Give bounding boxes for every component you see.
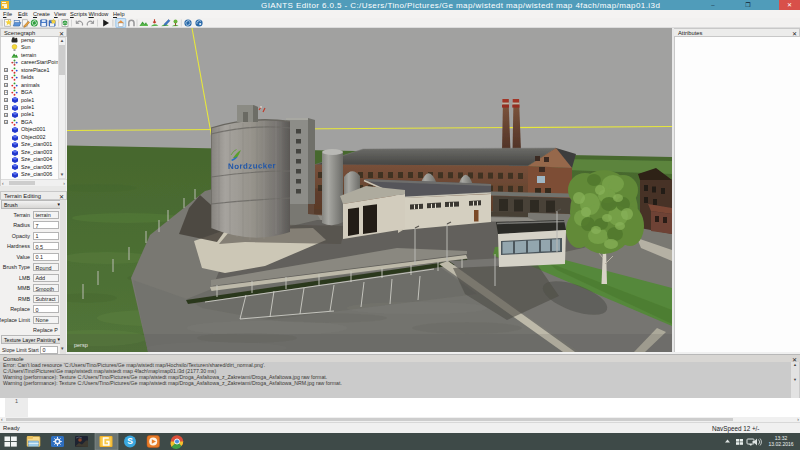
svg-text:S: S <box>127 436 133 446</box>
svg-text:persp: persp <box>74 342 88 348</box>
svg-text:Nordzucker: Nordzucker <box>228 161 276 171</box>
